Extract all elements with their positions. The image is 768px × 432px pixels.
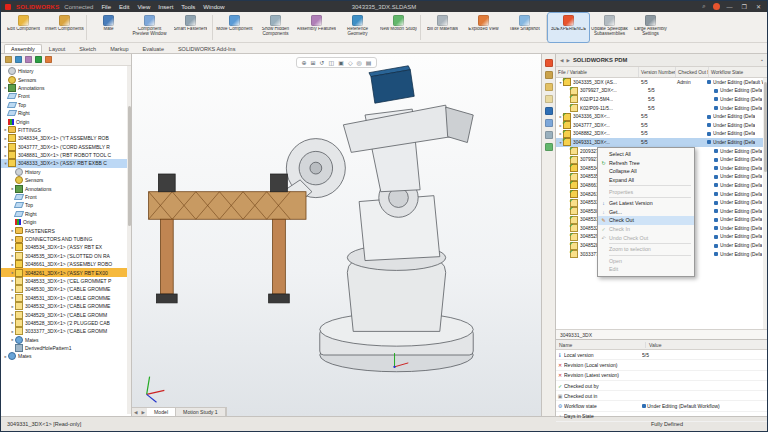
pdm-file-row[interactable]: ▸✓3048882_3DX<...5/5Under Editing (Defa [556, 130, 767, 139]
tree-item-3033377-3dx-1-cable-gromm[interactable]: ▸3033377_3DX<1> ('CABLE GROMM [1, 327, 131, 335]
context-menu-item-collapse-all[interactable]: Collapse All [598, 167, 694, 176]
graphics-viewport[interactable]: ⊕⊞↺◫▣◇◎▤ [132, 54, 541, 416]
context-menu-item-expand-all[interactable]: Expand All [598, 176, 694, 185]
ribbon-button-insert-components[interactable]: Insert Components [44, 13, 85, 42]
pdm-file-row[interactable]: ▸✓3043777_3DX<...5/5Under Editing (Defa [556, 121, 767, 130]
user-avatar[interactable] [713, 3, 720, 10]
tree-item-origin[interactable]: Origin [1, 117, 131, 125]
tree-item-3048535-3dx-1-slotted-on-ra[interactable]: ▸3048535_3DX<1> ('SLOTTED ON RA [1, 252, 131, 260]
section-view-icon[interactable]: ◫ [329, 59, 335, 66]
menu-file[interactable]: File [98, 4, 114, 10]
zoom-area-icon[interactable]: ⊞ [311, 59, 316, 66]
context-menu-item-check-out[interactable]: ✎Check Out [598, 216, 694, 225]
ribbon-button-update-speedpak-subassemblies[interactable]: Update Speedpak Subassemblies [589, 13, 630, 42]
model-tab-motion-study-1[interactable]: Motion Study 1 [176, 408, 226, 416]
pdm-file-row[interactable]: ✓3079927_3DX<...5/5Under Editing (Defa [556, 87, 767, 96]
pdm-column-workflow-state[interactable]: Workflow State [709, 67, 767, 77]
pdm-tab-icon[interactable] [545, 107, 553, 115]
tree-item-3048261-3dx-1-assy-rbt-ex00[interactable]: ▸3048261_3DX<1> ('ASSY RBT EX00 [1, 268, 131, 276]
ribbon-button-new-motion-study[interactable]: New Motion Study [378, 13, 419, 42]
context-menu-item-zoom-to-selection[interactable]: Zoom to selection [598, 245, 694, 254]
context-menu-item-get[interactable]: ↓Get... [598, 208, 694, 217]
ribbon-button-reference-geometry[interactable]: Reference Geometry [337, 13, 378, 42]
tree-item-right[interactable]: Right [1, 210, 131, 218]
custom-properties-tab-icon[interactable] [545, 131, 553, 139]
context-menu-item-properties[interactable]: Properties [598, 187, 694, 196]
ribbon-button-large-assembly-settings[interactable]: Large Assembly Settings [630, 13, 671, 42]
tree-item-3048881-3dx-1-rbt-robot-tool-c[interactable]: ▸3048881_3DX<1> ('RBT ROBOT TOOL C [1, 151, 131, 159]
tab-sketch[interactable]: Sketch [72, 44, 103, 53]
ribbon-button-edit-component[interactable]: Edit Component [3, 13, 44, 42]
ribbon-button-3dexperience[interactable]: 3DEXPERIENCE [548, 13, 589, 42]
properties-value-column[interactable]: Value [646, 342, 767, 348]
tab-solidworks-add-ins[interactable]: SOLIDWORKS Add-Ins [171, 44, 242, 53]
ribbon-button-component-preview-window[interactable]: Component Preview Window [129, 13, 170, 42]
forum-tab-icon[interactable] [545, 143, 553, 151]
tree-item-right[interactable]: Right [1, 109, 131, 117]
ribbon-button-smart-fasteners[interactable]: Smart Fasteners [170, 13, 211, 42]
featuremanager-tab-icon[interactable] [5, 56, 12, 63]
feature-tree-scrollbar-thumb[interactable] [128, 106, 131, 226]
ribbon-button-exploded-view[interactable]: Exploded View [463, 13, 504, 42]
pdm-file-row[interactable]: ▸✓3043336_3DX<...5/5Under Editing (Defa [556, 112, 767, 121]
context-menu-item-undo-check-out[interactable]: ↶Undo Check Out [598, 233, 694, 242]
tab-evaluate[interactable]: Evaluate [136, 44, 171, 53]
ribbon-button-mate[interactable]: Mate [88, 13, 129, 42]
pdm-file-row[interactable]: ▾✓3043335_3DX (AS...5/5AdminUnder Editin… [556, 78, 767, 87]
view-orientation-icon[interactable]: ▣ [338, 59, 344, 66]
ribbon-button-bill-of-materials[interactable]: Bill of Materials [422, 13, 463, 42]
zoom-fit-icon[interactable]: ⊕ [302, 59, 307, 66]
menu-insert[interactable]: Insert [155, 4, 176, 10]
solidworks-resources-tab-icon[interactable] [545, 71, 553, 79]
search-icon[interactable]: ⌕ [700, 3, 707, 10]
context-menu-item-open[interactable]: Open [598, 257, 694, 266]
pdm-tree-scrollbar[interactable] [763, 78, 767, 329]
pdm-column-version-number[interactable]: Version Number [639, 67, 676, 77]
pdm-file-row[interactable]: ▾✓3049331_3DX<...5/5Under Editing (Defa [556, 138, 767, 147]
scene-icon[interactable]: ▤ [366, 59, 372, 66]
model-tabs-forward-icon[interactable]: ▶ [139, 409, 146, 416]
pdm-file-row[interactable]: ✓K02/P09-11/5...5/5Under Editing (Defa [556, 104, 767, 113]
context-menu-item-select-all[interactable]: Select All [598, 150, 694, 159]
tree-item-3043777-3dx-1-cord-assembly-r[interactable]: ▸3043777_3DX<1> ('CORD ASSEMBLY R [1, 143, 131, 151]
tree-item-3048333-3dx-1-assy-rbt-exbb-c[interactable]: ▾3048333_3DX<1> ('ASSY RBT EXBB C [1, 159, 131, 167]
pdm-column-checked-out-by[interactable]: Checked Out By [676, 67, 709, 77]
tree-item-3048528-3dx-1-2-plugged-cab[interactable]: ▸3048528_3DX<1> ('2 PLUGGED CAB [1, 319, 131, 327]
pdm-tree-scrollbar-thumb[interactable] [764, 82, 767, 172]
tree-item-3048334-3dx-1-yt-assembly-rob[interactable]: ▸3048334_3DX<1> ('YT ASSEMBLY ROB [1, 134, 131, 142]
close-button[interactable]: ✕ [754, 3, 763, 10]
ribbon-button-take-snapshot[interactable]: Take Snapshot [504, 13, 545, 42]
tree-item-mates[interactable]: ▸Mates [1, 352, 131, 360]
tree-item-top[interactable]: Top [1, 101, 131, 109]
tab-assembly[interactable]: Assembly [4, 44, 42, 53]
tree-item-derivedholepattern1[interactable]: DerivedHolePattern1 [1, 344, 131, 352]
pdm-column-file-variable[interactable]: File / Variable [556, 67, 639, 77]
pdm-file-row[interactable]: ✓K02/P12-5M4...5/5Under Editing (Defa [556, 95, 767, 104]
menu-tools[interactable]: Tools [178, 4, 198, 10]
tree-item-3048534-3dx-1-assy-rbt-ex[interactable]: ▸3048534_3DX<1> ('ASSY RBT EX [1, 243, 131, 251]
pin-icon[interactable]: ▪ [761, 57, 763, 63]
appearances-tab-icon[interactable] [545, 119, 553, 127]
pdm-forward-icon[interactable]: ▶ [566, 58, 569, 63]
ribbon-button-show-hidden-components[interactable]: Show Hidden Components [255, 13, 296, 42]
menu-edit[interactable]: Edit [116, 4, 132, 10]
context-menu-item-refresh-tree[interactable]: ↻Refresh Tree [598, 159, 694, 168]
menu-window[interactable]: Window [200, 4, 227, 10]
ribbon-button-assembly-features[interactable]: Assembly Features [296, 13, 337, 42]
tree-item-3048532-3dx-1-cable-gromme[interactable]: ▸3048532_3DX<1> ('CABLE GROMME [1, 302, 131, 310]
tab-layout[interactable]: Layout [42, 44, 73, 53]
display-style-icon[interactable]: ◇ [348, 59, 353, 66]
propertymanager-tab-icon[interactable] [15, 56, 22, 63]
ribbon-button-move-component[interactable]: Move Component [214, 13, 255, 42]
properties-name-column[interactable]: Name [556, 342, 646, 348]
context-menu-item-check-in[interactable]: ✓Check In [598, 225, 694, 234]
file-explorer-tab-icon[interactable] [545, 95, 553, 103]
menu-view[interactable]: View [134, 4, 153, 10]
configurationmanager-tab-icon[interactable] [25, 56, 32, 63]
tree-item-sensors[interactable]: Sensors [1, 75, 131, 83]
tree-item-front[interactable]: Front [1, 92, 131, 100]
tree-item-annotations[interactable]: ▸Annotations [1, 184, 131, 192]
displaymanager-tab-icon[interactable] [45, 56, 52, 63]
model-tab-model[interactable]: Model [147, 408, 176, 416]
tree-item-3048531-3dx-1-cable-gromme[interactable]: ▸3048531_3DX<1> ('CABLE GROMME [1, 294, 131, 302]
